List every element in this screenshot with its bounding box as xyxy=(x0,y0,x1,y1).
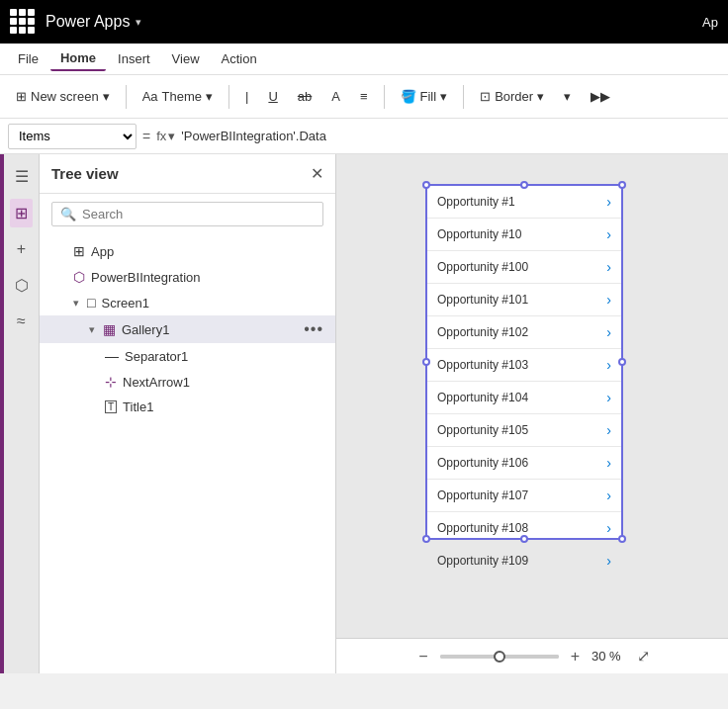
powerbi-icon: ⬡ xyxy=(73,269,85,285)
zoom-plus-button[interactable]: + xyxy=(567,646,584,667)
gallery-row-6[interactable]: Opportunity #104 › xyxy=(427,382,621,414)
gallery-row-label: Opportunity #103 xyxy=(437,358,528,372)
gallery-row-8[interactable]: Opportunity #106 › xyxy=(427,447,621,480)
menu-insert[interactable]: Insert xyxy=(108,47,160,70)
theme-label: Theme xyxy=(162,89,202,104)
search-input[interactable] xyxy=(82,207,315,222)
fill-icon: 🪣 xyxy=(401,89,416,104)
handle-middle-right[interactable] xyxy=(618,358,626,366)
more-button[interactable]: ▶▶ xyxy=(583,85,618,108)
gallery-row-4[interactable]: Opportunity #102 › xyxy=(427,316,621,349)
zoom-slider[interactable] xyxy=(440,655,559,659)
handle-top-right[interactable] xyxy=(618,181,626,189)
canvas-area[interactable]: Opportunity #1 › Opportunity #10 › Oppor… xyxy=(336,154,728,673)
handle-bottom-center[interactable] xyxy=(520,535,528,543)
row-chevron-8: › xyxy=(606,455,611,471)
tree-close-button[interactable]: ✕ xyxy=(311,164,323,183)
font-color-button[interactable]: A xyxy=(323,85,348,108)
strikethrough-button[interactable]: ab xyxy=(290,85,319,108)
tree-item-separator1[interactable]: — Separator1 xyxy=(40,343,335,369)
tree-item-nextarrow1[interactable]: ⊹ NextArrow1 xyxy=(40,369,335,395)
gallery-row-11[interactable]: Opportunity #109 › xyxy=(427,545,621,576)
menu-view[interactable]: View xyxy=(162,47,210,70)
tree-item-title1[interactable]: T Title1 xyxy=(40,395,335,419)
title-chevron[interactable]: ▾ xyxy=(136,16,141,29)
toolbar-separator-1 xyxy=(126,85,127,109)
gallery-row-label: Opportunity #102 xyxy=(437,325,528,339)
formula-fx-button[interactable]: fx ▾ xyxy=(156,129,175,143)
underline-button[interactable]: U xyxy=(260,85,285,108)
new-screen-label: New screen xyxy=(31,89,99,104)
strikethrough-icon: ab xyxy=(298,89,312,104)
border-label: Border xyxy=(495,89,533,104)
gallery1-more-button[interactable]: ••• xyxy=(304,320,323,338)
toolbar-separator-2 xyxy=(228,85,229,109)
handle-middle-left[interactable] xyxy=(422,358,430,366)
gallery-row-label: Opportunity #108 xyxy=(437,521,528,535)
gallery-row-label: Opportunity #106 xyxy=(437,456,528,470)
formula-input[interactable] xyxy=(181,124,720,149)
new-screen-chevron: ▾ xyxy=(103,89,110,104)
tree-item-gallery1[interactable]: ▾ ▦ Gallery1 ••• xyxy=(40,315,335,343)
add-icon[interactable]: + xyxy=(12,235,31,263)
formula-bar: Items = fx ▾ xyxy=(0,119,728,154)
theme-icon: Aa xyxy=(142,89,158,104)
settings-icon[interactable]: ≈ xyxy=(12,308,31,335)
divider-icon: | xyxy=(245,89,248,104)
tree-item-screen1[interactable]: ▾ □ Screen1 xyxy=(40,290,335,315)
gallery-row-5[interactable]: Opportunity #103 › xyxy=(427,349,621,382)
tree-item-app[interactable]: ⊞ App xyxy=(40,238,335,264)
app-icon: ⊞ xyxy=(73,243,85,259)
hamburger-icon[interactable]: ☰ xyxy=(10,162,34,191)
search-icon: 🔍 xyxy=(60,207,76,222)
handle-top-center[interactable] xyxy=(520,181,528,189)
layers-icon[interactable]: ⊞ xyxy=(10,199,33,227)
zoom-expand-button[interactable]: ⤢ xyxy=(637,647,650,665)
tree-item-powerbi[interactable]: ⬡ PowerBIIntegration xyxy=(40,264,335,290)
menu-home[interactable]: Home xyxy=(50,46,106,71)
divider-button[interactable]: | xyxy=(237,85,256,108)
theme-button[interactable]: Aa Theme ▾ xyxy=(135,85,221,108)
row-chevron-2: › xyxy=(606,259,611,275)
data-icon[interactable]: ⬡ xyxy=(10,271,34,300)
gallery-row-7[interactable]: Opportunity #105 › xyxy=(427,414,621,447)
handle-bottom-right[interactable] xyxy=(618,535,626,543)
font-color-icon: A xyxy=(331,89,340,104)
gallery-row-0[interactable]: Opportunity #1 › xyxy=(427,186,621,219)
dropdown-button[interactable]: ▾ xyxy=(556,85,579,108)
waffle-icon[interactable] xyxy=(10,9,36,35)
gallery-row-2[interactable]: Opportunity #100 › xyxy=(427,251,621,284)
handle-bottom-left[interactable] xyxy=(422,535,430,543)
tree-item-nextarrow1-label: NextArrow1 xyxy=(123,375,190,390)
gallery-row-label: Opportunity #1 xyxy=(437,195,515,209)
app-name-label: Power Apps xyxy=(46,13,130,31)
gallery-row-3[interactable]: Opportunity #101 › xyxy=(427,284,621,316)
formula-property-select[interactable]: Items xyxy=(8,124,136,149)
menu-action[interactable]: Action xyxy=(212,47,267,70)
zoom-minus-button[interactable]: − xyxy=(414,646,431,667)
gallery-widget[interactable]: Opportunity #1 › Opportunity #10 › Oppor… xyxy=(425,184,623,540)
row-chevron-11: › xyxy=(606,553,611,569)
tree-title: Tree view xyxy=(51,165,119,182)
menu-file[interactable]: File xyxy=(8,47,48,70)
top-bar: Power Apps ▾ Ap xyxy=(0,0,728,44)
main-area: ☰ ⊞ + ⬡ ≈ Tree view ✕ 🔍 ⊞ App ⬡ Po xyxy=(0,154,728,673)
new-screen-button[interactable]: ⊞ New screen ▾ xyxy=(8,85,118,108)
zoom-value-label: 30 % xyxy=(592,649,621,664)
app-title: Power Apps ▾ xyxy=(46,13,141,31)
gallery1-chevron: ▾ xyxy=(89,323,95,336)
border-button[interactable]: ⊡ Border ▾ xyxy=(472,85,552,108)
zoom-slider-thumb[interactable] xyxy=(494,651,505,663)
gallery-row-label: Opportunity #10 xyxy=(437,227,521,241)
handle-top-left[interactable] xyxy=(422,181,430,189)
more-icon: ▶▶ xyxy=(591,89,610,104)
gallery-row-9[interactable]: Opportunity #107 › xyxy=(427,480,621,512)
align-button[interactable]: ≡ xyxy=(352,85,376,108)
border-chevron: ▾ xyxy=(537,89,544,104)
gallery-row-label: Opportunity #109 xyxy=(437,554,528,568)
gallery-row-1[interactable]: Opportunity #10 › xyxy=(427,219,621,251)
tree-item-separator1-label: Separator1 xyxy=(125,349,188,364)
underline-icon: U xyxy=(268,89,277,104)
gallery-row-label: Opportunity #105 xyxy=(437,423,528,437)
fill-button[interactable]: 🪣 Fill ▾ xyxy=(393,85,456,108)
